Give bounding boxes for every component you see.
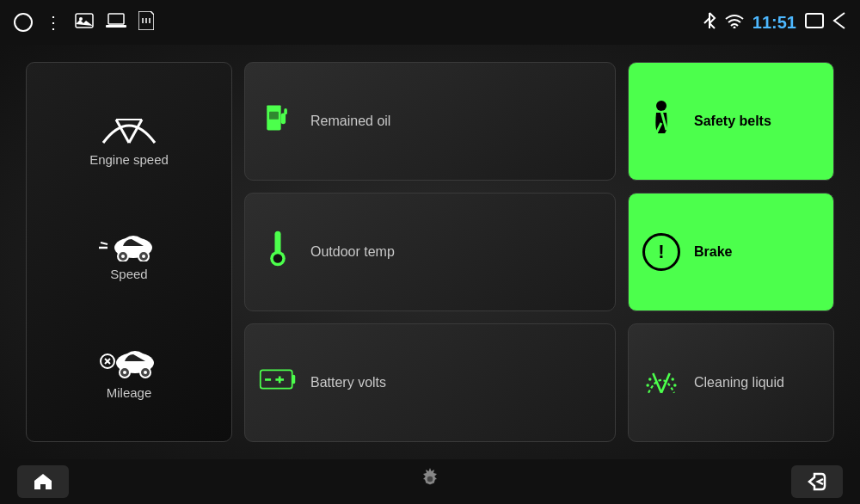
svg-point-46 — [648, 378, 652, 381]
svg-point-31 — [144, 371, 147, 374]
svg-line-18 — [101, 243, 108, 244]
back-button[interactable] — [791, 465, 843, 498]
remained-oil-label: Remained oil — [310, 114, 390, 129]
svg-point-1 — [79, 17, 83, 21]
window-icon — [805, 13, 824, 33]
status-right-icons: 11:51 — [703, 11, 846, 34]
panel-safety-belts[interactable]: Safety belts — [628, 62, 834, 181]
panel-brake[interactable]: ! Brake — [628, 193, 834, 311]
speed-label: Speed — [110, 267, 147, 281]
status-time: 11:51 — [752, 13, 796, 33]
svg-rect-41 — [265, 378, 271, 381]
svg-rect-13 — [269, 111, 279, 119]
svg-point-49 — [673, 384, 677, 387]
grid-container: Remained oil Engine speed — [26, 62, 834, 442]
sdcard-icon — [138, 11, 154, 34]
back-arrow-icon — [832, 11, 846, 34]
brake-label: Brake — [694, 244, 732, 260]
temp-icon — [259, 230, 297, 275]
wifi-icon — [725, 13, 744, 33]
dots-icon: ⋮ — [45, 12, 63, 33]
main-content: Remained oil Engine speed — [0, 45, 860, 459]
speed-section: Speed — [99, 222, 159, 281]
image-icon — [75, 13, 94, 33]
svg-point-50 — [427, 476, 433, 482]
svg-rect-11 — [281, 113, 286, 124]
svg-rect-10 — [267, 105, 280, 109]
center-panel: Engine speed — [26, 62, 232, 442]
bottom-bar — [0, 459, 860, 504]
mileage-label: Mileage — [107, 385, 152, 400]
status-bar: ⋮ — [0, 0, 860, 45]
battery-icon — [259, 364, 297, 403]
cleaning-liquid-label: Cleaning liquid — [694, 375, 784, 390]
svg-point-32 — [656, 101, 666, 111]
panel-battery-volts[interactable]: Battery volts — [244, 323, 616, 442]
svg-point-48 — [671, 378, 674, 381]
svg-rect-2 — [108, 14, 124, 24]
belt-icon — [642, 99, 680, 144]
svg-rect-43 — [275, 378, 284, 381]
svg-line-14 — [116, 120, 129, 143]
safety-belts-label: Safety belts — [694, 114, 771, 129]
circle-icon — [14, 13, 33, 32]
svg-point-37 — [273, 254, 283, 263]
brake-icon: ! — [642, 233, 680, 271]
svg-rect-8 — [806, 14, 823, 28]
engine-speed-section: Engine speed — [89, 104, 169, 167]
svg-point-23 — [142, 255, 145, 258]
fuel-icon — [259, 101, 297, 143]
svg-line-15 — [129, 120, 142, 143]
home-button[interactable] — [17, 465, 69, 498]
engine-speed-label: Engine speed — [89, 152, 169, 167]
svg-rect-12 — [284, 108, 287, 114]
settings-gear-icon[interactable] — [417, 466, 443, 498]
mileage-section: Mileage — [99, 337, 159, 400]
svg-point-47 — [646, 384, 649, 387]
svg-point-22 — [121, 255, 125, 258]
battery-volts-label: Battery volts — [310, 375, 386, 390]
outdoor-temp-label: Outdoor temp — [310, 244, 395, 260]
panel-outdoor-temp[interactable]: Outdoor temp — [244, 193, 616, 311]
bottom-center — [69, 466, 791, 498]
svg-point-30 — [123, 371, 126, 374]
panel-remained-oil[interactable]: Remained oil — [244, 62, 616, 181]
svg-rect-40 — [292, 374, 296, 384]
status-left-icons: ⋮ — [14, 11, 154, 34]
svg-rect-38 — [276, 234, 280, 250]
wiper-icon — [642, 364, 680, 403]
svg-rect-3 — [106, 25, 126, 28]
svg-point-7 — [733, 26, 735, 28]
bluetooth-icon — [703, 11, 716, 34]
panel-cleaning-liquid[interactable]: Cleaning liquid — [628, 323, 834, 442]
laptop-icon — [106, 12, 126, 34]
